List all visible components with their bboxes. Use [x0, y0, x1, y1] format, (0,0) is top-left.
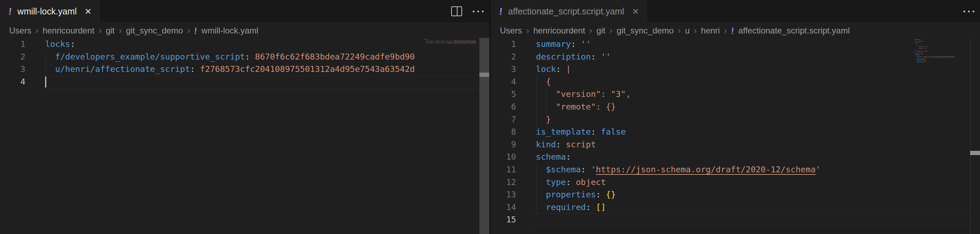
line-number: 7 [491, 114, 516, 126]
line-number: 10 [491, 151, 516, 163]
code-editor-left[interactable]: locks: f/developers_example/supportive_s… [0, 38, 489, 234]
line-number: 14 [491, 201, 516, 214]
chevron-right-icon: › [589, 26, 592, 36]
line-number: 2 [0, 51, 25, 63]
yaml-file-icon: ! [8, 6, 12, 17]
code-line: 5 "version": "3", [491, 88, 980, 101]
yaml-file-icon: ! [194, 26, 198, 36]
current-line-highlight [530, 213, 970, 226]
tab-bar-right: ! affectionate_script.script.yaml ✕ [491, 0, 980, 23]
breadcrumb: Users›henricourdent›git›git_sync_demo›u›… [491, 23, 980, 38]
chevron-right-icon: › [678, 26, 681, 36]
editor-group-left: ! wmill-lock.yaml ✕ Users›henricourdent›… [0, 0, 489, 234]
breadcrumb-item[interactable]: henricourdent [533, 26, 585, 36]
code-text: lock: | [536, 63, 914, 76]
breadcrumb-item[interactable]: henri [701, 26, 720, 36]
code-line: 13 properties: {} [491, 188, 980, 201]
chevron-right-icon: › [36, 26, 38, 36]
line-number: 9 [491, 139, 516, 151]
code-text: required: [] [536, 201, 914, 214]
line-number: 15 [491, 213, 516, 226]
code-line: 7 } [491, 114, 980, 126]
code-line: 3 u/henri/affectionate_script: f2768573c… [0, 63, 489, 76]
code-text: "remote": {} [536, 101, 914, 114]
more-actions-icon[interactable] [473, 7, 484, 16]
code-text: description: '' [536, 51, 914, 63]
breadcrumb-item[interactable]: Users [500, 26, 522, 36]
yaml-file-icon: ! [498, 6, 503, 17]
chevron-right-icon: › [724, 26, 727, 36]
vscode-window: ! wmill-lock.yaml ✕ Users›henricourdent›… [0, 0, 980, 234]
editor-group-right: ! affectionate_script.script.yaml ✕ User… [491, 0, 980, 234]
line-number: 12 [491, 176, 516, 189]
line-number: 2 [491, 51, 516, 63]
code-text: "version": "3", [536, 88, 914, 101]
code-text: schema: [536, 151, 914, 163]
split-editor-icon[interactable] [451, 6, 462, 16]
close-tab-icon[interactable]: ✕ [84, 7, 91, 17]
yaml-file-icon: ! [730, 26, 734, 36]
code-text: is_template: false [536, 126, 914, 139]
chevron-right-icon: › [610, 26, 612, 36]
code-editor-right[interactable]: summary: ''description: ''lock: | { "ver… [491, 38, 980, 234]
breadcrumb-item[interactable]: git_sync_demo [126, 26, 183, 36]
code-line: 10schema: [491, 151, 980, 163]
editor-actions-right [963, 0, 974, 22]
tab-label: wmill-lock.yaml [17, 6, 76, 17]
overview-ruler-cursor-mark [479, 73, 489, 77]
line-number: 4 [491, 76, 516, 89]
code-line: 2 f/developers_example/supportive_script… [0, 51, 489, 63]
close-tab-icon[interactable]: ✕ [632, 7, 639, 17]
chevron-right-icon: › [527, 26, 529, 36]
code-text: summary: '' [536, 38, 914, 51]
tab-label: affectionate_script.script.yaml [508, 6, 624, 17]
code-text: properties: {} [536, 188, 914, 201]
breadcrumb-item[interactable]: git [105, 26, 115, 36]
tab-affectionate-script[interactable]: ! affectionate_script.script.yaml ✕ [491, 0, 647, 23]
code-line: 4 [0, 76, 489, 89]
breadcrumb-file-name[interactable]: wmill-lock.yaml [202, 26, 258, 36]
breadcrumb-item[interactable]: u [685, 26, 689, 36]
line-number: 13 [491, 188, 516, 201]
code-line: 1summary: '' [491, 38, 980, 51]
code-line: 8is_template: false [491, 126, 980, 139]
code-line: 6 "remote": {} [491, 101, 980, 114]
breadcrumb-item[interactable]: git_sync_demo [617, 26, 674, 36]
line-number: 5 [491, 88, 516, 101]
line-number: 6 [491, 101, 516, 114]
current-line-highlight [40, 76, 479, 89]
breadcrumb-item[interactable]: Users [9, 26, 32, 36]
chevron-right-icon: › [694, 26, 697, 36]
breadcrumb-file-name[interactable]: affectionate_script.script.yaml [738, 26, 850, 36]
code-line: 12 type: object [491, 176, 980, 189]
code-text: { [536, 76, 914, 89]
code-text: $schema: 'https://json-schema.org/draft/… [536, 163, 914, 176]
code-text: } [536, 114, 914, 126]
code-text: kind: script [536, 139, 914, 151]
line-number: 4 [0, 76, 25, 89]
code-text: locks: [45, 38, 424, 51]
chevron-right-icon: › [187, 26, 190, 36]
tab-bar-left: ! wmill-lock.yaml ✕ [0, 0, 489, 23]
line-number: 1 [0, 38, 25, 51]
code-line: 1locks: [0, 38, 489, 51]
line-number: 3 [491, 63, 516, 76]
code-line: 14 required: [] [491, 201, 980, 214]
code-line: 15 [491, 213, 980, 226]
line-number: 8 [491, 126, 516, 139]
more-actions-icon[interactable] [963, 7, 974, 16]
tab-wmill-lock[interactable]: ! wmill-lock.yaml ✕ [0, 0, 100, 23]
chevron-right-icon: › [119, 26, 122, 36]
breadcrumb: Users›henricourdent›git›git_sync_demo›!w… [0, 23, 489, 38]
code-line: 2description: '' [491, 51, 980, 63]
chevron-right-icon: › [99, 26, 101, 36]
code-line: 9kind: script [491, 139, 980, 151]
breadcrumb-item[interactable]: henricourdent [43, 26, 95, 36]
breadcrumb-item[interactable]: git [596, 26, 605, 36]
editor-actions-left [451, 0, 484, 22]
code-line: 4 { [491, 76, 980, 89]
line-number: 1 [491, 38, 516, 51]
code-line: 3lock: | [491, 63, 980, 76]
code-line: 11 $schema: 'https://json-schema.org/dra… [491, 163, 980, 176]
code-text: type: object [536, 176, 914, 189]
